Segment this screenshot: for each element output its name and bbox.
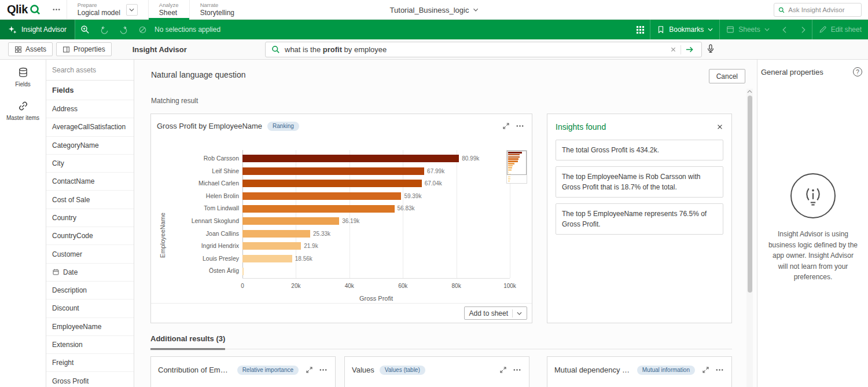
tab-narrate-storytelling[interactable]: Narrate Storytelling xyxy=(189,0,245,19)
chart-menu-button[interactable] xyxy=(317,364,329,376)
insight-advisor-title: Insight Advisor xyxy=(133,45,187,54)
field-item[interactable]: City xyxy=(46,154,134,172)
search-assets-input[interactable] xyxy=(52,66,128,74)
bar-track: 80.99k xyxy=(242,152,510,165)
no-selections-label: No selections applied xyxy=(155,25,220,34)
field-item[interactable]: AverageCallSatisfaction xyxy=(46,118,134,136)
qlik-logo-q-icon xyxy=(30,4,41,15)
edit-sheet-button[interactable]: Edit sheet xyxy=(812,20,868,39)
bar[interactable] xyxy=(242,242,301,250)
chart-menu-button[interactable] xyxy=(713,364,726,376)
qlik-sense-app: Qlik Prepare Logical model Analyze Sheet… xyxy=(0,0,868,387)
global-menu-button[interactable] xyxy=(46,0,67,19)
scroll-up-arrow-icon[interactable] xyxy=(746,90,753,93)
tab-prepare-logical-model[interactable]: Prepare Logical model xyxy=(67,0,148,19)
chart-overview-navigator[interactable] xyxy=(506,150,527,184)
field-item[interactable]: ContactName xyxy=(46,172,134,190)
step-forward-icon[interactable] xyxy=(114,20,133,39)
x-axis-ticks: 020k40k60k80k100k xyxy=(242,283,510,291)
bar-chart: EmployeeName Rob Carsson80.99kLeif Shine… xyxy=(151,134,532,303)
bar[interactable] xyxy=(242,205,395,213)
assets-label: Assets xyxy=(25,45,46,53)
expand-chart-button[interactable] xyxy=(700,364,711,375)
field-item[interactable]: EmployeeName xyxy=(46,317,134,335)
field-item[interactable]: CategoryName xyxy=(46,136,134,154)
tab-analyze-sheet[interactable]: Analyze Sheet xyxy=(148,0,189,19)
scrollbar-thumb[interactable] xyxy=(748,96,752,293)
bookmark-icon xyxy=(657,25,665,34)
chart-card-footer: Add to sheet xyxy=(151,303,532,323)
field-label: City xyxy=(52,159,64,167)
assets-tab-button[interactable]: Assets xyxy=(8,42,53,56)
vertical-scrollbar[interactable] xyxy=(746,89,753,387)
chevron-down-icon xyxy=(517,312,522,315)
edit-sheet-label: Edit sheet xyxy=(831,25,862,34)
voice-query-button[interactable] xyxy=(706,44,715,53)
chevron-down-icon xyxy=(708,28,713,31)
chart-menu-button[interactable] xyxy=(511,364,523,376)
ellipsis-icon xyxy=(319,366,328,374)
ask-insight-advisor-search[interactable] xyxy=(774,3,862,17)
field-item[interactable]: Country xyxy=(46,209,134,227)
insight-advisor-button[interactable]: Insight Advisor xyxy=(0,20,75,39)
bar[interactable] xyxy=(242,268,244,275)
field-item[interactable]: Cost of Sale xyxy=(46,190,134,208)
close-insights-button[interactable] xyxy=(715,122,724,132)
field-item[interactable]: CountryCode xyxy=(46,227,134,244)
field-label: Freight xyxy=(52,359,73,367)
insight-item: The total Gross Profit is 434.2k. xyxy=(556,140,723,160)
tab-additional-results[interactable]: Additional results (3) xyxy=(150,334,225,350)
bar[interactable] xyxy=(242,167,424,175)
submit-query-button[interactable] xyxy=(681,42,698,57)
insights-list: The total Gross Profit is 434.2k.The top… xyxy=(547,140,731,235)
mini-bar xyxy=(508,180,510,182)
bookmarks-button[interactable]: Bookmarks xyxy=(650,20,719,39)
ask-insight-advisor-input[interactable] xyxy=(788,6,857,13)
tab-label: Storytelling xyxy=(200,9,234,17)
field-item[interactable]: Customer xyxy=(46,244,134,262)
rail-item-fields[interactable]: Fields xyxy=(0,60,46,93)
bar[interactable] xyxy=(242,192,401,200)
rail-item-master-items[interactable]: Master items xyxy=(0,93,46,127)
bar[interactable] xyxy=(242,180,422,187)
previous-sheet-icon[interactable] xyxy=(776,20,794,39)
expand-chart-button[interactable] xyxy=(501,121,512,132)
expand-chart-button[interactable] xyxy=(304,364,315,375)
sheets-button[interactable]: Sheets xyxy=(720,20,775,39)
mini-bar xyxy=(508,178,510,180)
logical-model-dropdown[interactable] xyxy=(126,4,138,16)
bar[interactable] xyxy=(242,255,292,262)
clear-query-button[interactable] xyxy=(666,42,681,57)
step-back-icon[interactable] xyxy=(95,20,114,39)
search-assets-box[interactable] xyxy=(46,60,134,81)
bar[interactable] xyxy=(242,217,339,225)
field-item[interactable]: Address xyxy=(46,100,134,118)
field-item[interactable]: Discount xyxy=(46,299,134,317)
smart-search-icon[interactable] xyxy=(75,20,95,39)
app-title-dropdown[interactable]: Tutorial_Business_logic xyxy=(390,0,479,20)
bar[interactable] xyxy=(242,230,310,238)
help-icon[interactable]: ? xyxy=(853,67,862,76)
field-item[interactable]: Description xyxy=(46,281,134,299)
field-item[interactable]: Date xyxy=(46,263,134,281)
cancel-button[interactable]: Cancel xyxy=(709,69,745,83)
chart-menu-button[interactable] xyxy=(514,120,526,132)
bar-value-label: 56.83k xyxy=(398,205,415,213)
expand-chart-button[interactable] xyxy=(498,364,509,375)
add-to-sheet-button[interactable]: Add to sheet xyxy=(464,306,527,320)
natural-language-query-input[interactable]: what is the profit by employee xyxy=(265,42,702,57)
additional-result-card-mutual-dependency: Mutual dependency bet… Mutual informatio… xyxy=(547,356,732,387)
category-label: Leif Shine xyxy=(151,165,242,178)
bar[interactable] xyxy=(242,155,459,162)
field-item[interactable]: Freight xyxy=(46,353,134,371)
clear-selections-icon[interactable] xyxy=(133,20,152,39)
mini-bar xyxy=(508,152,522,154)
properties-tab-button[interactable]: Properties xyxy=(56,42,112,56)
field-label: Gross Profit xyxy=(52,377,89,385)
field-item[interactable]: Extension xyxy=(46,335,134,353)
next-sheet-icon[interactable] xyxy=(794,20,812,39)
field-item[interactable]: Gross Profit xyxy=(46,371,134,387)
app-overview-grid-icon[interactable] xyxy=(631,20,650,39)
search-icon xyxy=(778,6,785,14)
x-tick-label: 0 xyxy=(241,283,244,289)
